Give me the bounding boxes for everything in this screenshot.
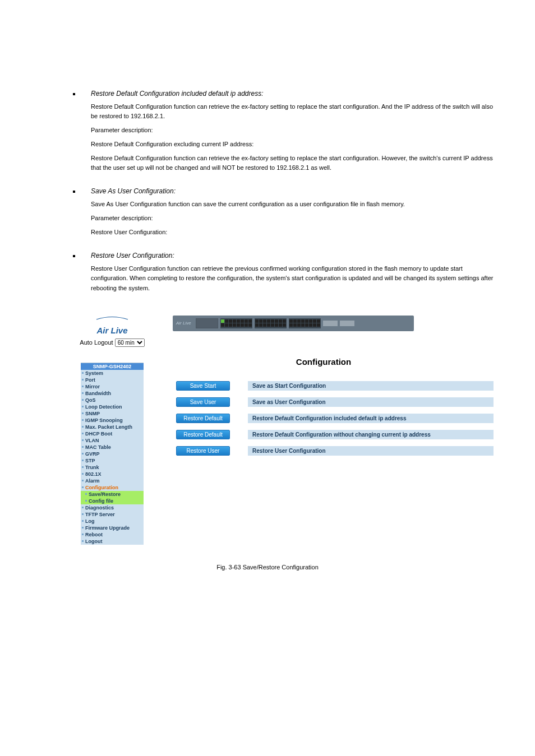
sidebar-item-qos[interactable]: QoS <box>81 397 144 403</box>
port-group-2 <box>255 318 287 328</box>
doc-paragraph-group: Save As User Configuration: Save As User… <box>39 187 496 237</box>
nav-header: SNMP-GSH2402 <box>81 363 144 370</box>
brand-logo: Air Live <box>62 316 163 335</box>
figure-caption: Fig. 3-63 Save/Restore Configuration <box>39 564 496 571</box>
config-row: Save UserSave as User Configuration <box>176 397 494 407</box>
sidebar-item-configuration[interactable]: Configuration <box>81 484 144 491</box>
sidebar-item-802-1x[interactable]: 802.1X <box>81 471 144 477</box>
config-row-description: Save as Start Configuration <box>248 381 494 391</box>
brand-text: Air Live <box>62 320 163 335</box>
app-screenshot: Air Live Auto Logout 60 min SNMP-GSH2402… <box>62 316 494 545</box>
sidebar-item-alarm[interactable]: Alarm <box>81 477 144 484</box>
sidebar-item-save-restore[interactable]: Save/Restore <box>81 491 144 498</box>
restore-default-button[interactable]: Restore Default <box>176 430 230 439</box>
port-group-3 <box>289 318 321 328</box>
restore-user-button[interactable]: Restore User <box>176 446 230 456</box>
sidebar-item-mac-table[interactable]: MAC Table <box>81 444 144 451</box>
sidebar-item-diagnostics[interactable]: Diagnostics <box>81 504 144 511</box>
page-title: Configuration <box>176 357 471 367</box>
auto-logout-select[interactable]: 60 min <box>115 338 145 347</box>
paragraph: Restore User Configuration function can … <box>91 264 496 293</box>
heading-save-user: Save As User Configuration: <box>91 187 176 195</box>
sfp-slots <box>323 321 338 326</box>
main-panel: Air Live <box>176 316 494 462</box>
sidebar-item-loop-detection[interactable]: Loop Detection <box>81 403 144 410</box>
sidebar-item-trunk[interactable]: Trunk <box>81 464 144 471</box>
sidebar-item-max-packet-length[interactable]: Max. Packet Length <box>81 424 144 430</box>
config-row: Restore UserRestore User Configuration <box>176 446 494 456</box>
config-row: Restore DefaultRestore Default Configura… <box>176 414 494 423</box>
sidebar-item-gvrp[interactable]: GVRP <box>81 451 144 457</box>
doc-paragraph-group: Restore Default Configuration included d… <box>39 90 496 173</box>
device-brand-text: Air Live <box>176 321 191 326</box>
sidebar-item-dhcp-boot[interactable]: DHCP Boot <box>81 430 144 437</box>
doc-paragraph-group: Restore User Configuration: Restore User… <box>39 252 496 293</box>
sidebar-item-bandwidth[interactable]: Bandwidth <box>81 390 144 397</box>
sidebar-nav: SNMP-GSH2402 SystemPortMirrorBandwidthQo… <box>81 363 144 545</box>
param-label: Parameter description: <box>91 126 496 135</box>
bullet-icon <box>73 191 75 193</box>
sfp-slots <box>340 321 354 326</box>
paragraph: Restore User Configuration: <box>91 228 496 237</box>
sidebar-item-system[interactable]: System <box>81 370 144 377</box>
sidebar-item-logout[interactable]: Logout <box>81 538 144 545</box>
heading-restore-user: Restore User Configuration: <box>91 252 174 259</box>
sidebar-item-tftp-server[interactable]: TFTP Server <box>81 511 144 518</box>
sidebar-item-stp[interactable]: STP <box>81 457 144 464</box>
sidebar-item-igmp-snooping[interactable]: IGMP Snooping <box>81 417 144 424</box>
sidebar-item-config-file[interactable]: Config file <box>81 498 144 504</box>
config-row-description: Save as User Configuration <box>248 397 494 407</box>
save-start-button[interactable]: Save Start <box>176 381 230 391</box>
sidebar-item-firmware-upgrade[interactable]: Firmware Upgrade <box>81 525 144 531</box>
bullet-icon <box>73 255 75 257</box>
paragraph: Restore Default Configuration function c… <box>91 154 496 173</box>
save-user-button[interactable]: Save User <box>176 397 230 407</box>
config-row-description: Restore Default Configuration included d… <box>248 414 494 423</box>
paragraph: Restore Default Configuration function c… <box>91 102 496 121</box>
left-panel: Air Live Auto Logout 60 min SNMP-GSH2402… <box>62 316 163 545</box>
config-row: Restore DefaultRestore Default Configura… <box>176 430 494 439</box>
auto-logout: Auto Logout 60 min <box>62 338 163 347</box>
sidebar-item-mirror[interactable]: Mirror <box>81 383 144 390</box>
bullet-icon <box>73 93 75 95</box>
sidebar-item-snmp[interactable]: SNMP <box>81 410 144 417</box>
auto-logout-label: Auto Logout <box>80 339 113 346</box>
param-label: Parameter description: <box>91 214 496 223</box>
config-row-description: Restore User Configuration <box>248 446 494 456</box>
config-row-description: Restore Default Configuration without ch… <box>248 430 494 439</box>
port-group-1 <box>220 318 252 328</box>
device-image: Air Live <box>173 316 414 331</box>
sidebar-item-port[interactable]: Port <box>81 377 144 383</box>
paragraph: Restore Default Configuration excluding … <box>91 140 496 149</box>
sidebar-item-vlan[interactable]: VLAN <box>81 437 144 444</box>
sidebar-item-reboot[interactable]: Reboot <box>81 531 144 538</box>
device-led-panel <box>196 318 218 328</box>
config-rows: Save StartSave as Start ConfigurationSav… <box>176 381 494 456</box>
heading-restore-default: Restore Default Configuration included d… <box>91 90 264 98</box>
sidebar-item-log[interactable]: Log <box>81 518 144 525</box>
config-row: Save StartSave as Start Configuration <box>176 381 494 391</box>
paragraph: Save As User Configuration function can … <box>91 200 496 209</box>
restore-default-button[interactable]: Restore Default <box>176 414 230 423</box>
